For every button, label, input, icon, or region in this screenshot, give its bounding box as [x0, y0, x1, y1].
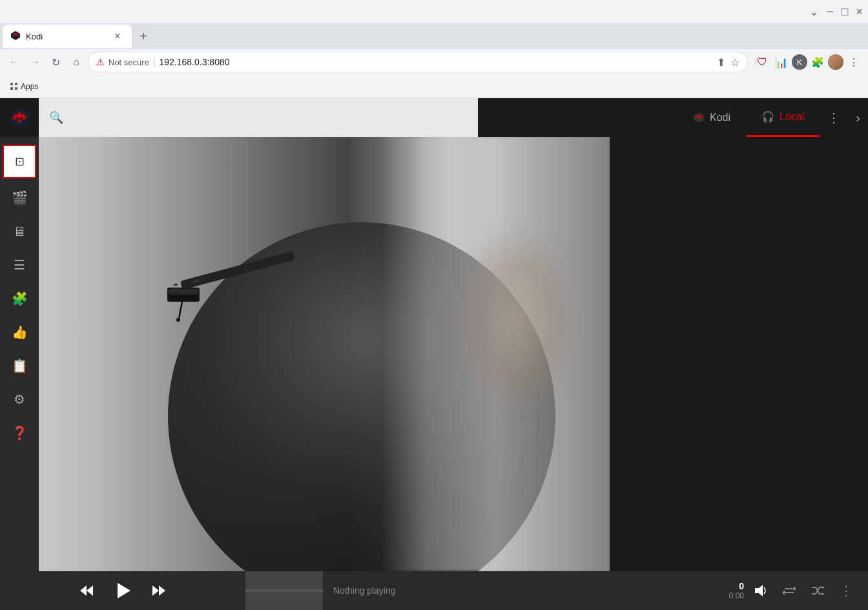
sidebar-item-tv[interactable]: 🖥 [0, 215, 39, 248]
tab-next-button[interactable]: › [848, 110, 868, 125]
svg-marker-23 [118, 583, 130, 598]
kodi-tabs: Kodi 🎧 Local ⋮ › [677, 98, 868, 137]
svg-rect-20 [193, 280, 198, 282]
url-text: 192.168.0.3:8080 [160, 57, 230, 67]
sidebar-item-addons[interactable]: 🧩 [0, 282, 39, 315]
shuffle-button[interactable] [806, 579, 829, 602]
addons-icon: 🧩 [12, 291, 28, 306]
home-button[interactable]: ⌂ [67, 53, 85, 71]
apps-dots-icon [10, 83, 18, 90]
browser-tab-kodi[interactable]: Kodi × [3, 25, 132, 48]
stats-icon[interactable]: 📊 [772, 53, 790, 71]
title-bar: ⌄ − □ × [0, 0, 868, 23]
repeat-button[interactable] [778, 579, 801, 602]
svg-line-17 [179, 302, 182, 319]
puzzle-icon[interactable]: 🧩 [809, 53, 827, 71]
player-controls [0, 575, 245, 606]
window-close[interactable]: × [856, 5, 863, 19]
bookmarks-bar: Apps [0, 75, 868, 98]
progress-bar[interactable] [245, 589, 323, 592]
forward-button[interactable]: → [26, 53, 44, 71]
kodi-sidebar: ⊡ 🎬 🖥 ☰ 🧩 👍 📋 ⚙ ❓ [0, 137, 39, 571]
toolbar-icons: 🛡 📊 K 🧩 ⋮ [753, 53, 863, 71]
headphone-icon: 🎧 [761, 110, 774, 123]
window-minimize[interactable]: − [827, 5, 834, 19]
sidebar-item-movies[interactable]: 🎬 [0, 181, 39, 215]
menu-icon[interactable]: ⋮ [845, 53, 863, 71]
tv-icon: 🖥 [13, 224, 26, 239]
sidebar-item-help[interactable]: ❓ [0, 416, 39, 450]
volume-button[interactable] [749, 579, 772, 602]
bookmark-icon[interactable]: ☆ [730, 56, 739, 68]
sidebar-item-queue[interactable]: 📋 [0, 349, 39, 383]
play-button[interactable] [107, 575, 138, 606]
sidebar-item-music[interactable]: ⊡ [3, 145, 36, 178]
tab-title: Kodi [26, 32, 106, 41]
player-time-info: 0 0:00 [729, 581, 744, 600]
tab-more-button[interactable]: ⋮ [820, 110, 848, 125]
window-chevron[interactable]: ⌄ [809, 5, 819, 19]
browser-chrome: ⌄ − □ × Kodi × + ← → ↻ ⌂ [0, 0, 868, 98]
svg-marker-21 [80, 585, 87, 596]
now-playing-label: Nothing playing [333, 585, 396, 596]
back-button[interactable]: ← [5, 53, 23, 71]
svg-marker-26 [755, 585, 763, 596]
progress-area [245, 571, 323, 610]
svg-point-18 [176, 318, 180, 322]
settings-icon: ⚙ [14, 392, 25, 407]
player-more-button[interactable]: ⋮ [834, 579, 858, 602]
address-bar[interactable]: ⚠ Not secure | 192.168.0.3:8080 ⬆ ☆ [88, 52, 748, 72]
share-icon[interactable]: ⬆ [717, 56, 725, 68]
player-info: Nothing playing [323, 585, 719, 596]
svg-marker-22 [87, 585, 93, 596]
player-bar: Nothing playing 0 0:00 [0, 571, 868, 610]
tab-bar: Kodi × + [0, 23, 868, 49]
address-separator: | [153, 57, 156, 67]
volume-number: 0 [739, 581, 744, 591]
sidebar-item-settings[interactable]: ⚙ [0, 383, 39, 416]
kodi-header: 🔍 Kodi 🎧 Local ⋮ › [0, 98, 868, 137]
tab-kodi[interactable]: Kodi [677, 98, 746, 137]
movies-icon: 🎬 [12, 190, 28, 205]
warning-icon: ⚠ [96, 57, 105, 67]
tab-kodi-label: Kodi [710, 112, 730, 123]
svg-marker-24 [152, 585, 159, 596]
music-library-icon: ⊡ [15, 154, 25, 169]
user-avatar[interactable] [828, 54, 843, 70]
svg-marker-27 [822, 586, 825, 589]
tab-close-button[interactable]: × [111, 30, 124, 43]
svg-rect-16 [169, 295, 198, 300]
apps-bookmark[interactable]: Apps [5, 79, 43, 94]
tab-local-label: Local [780, 111, 804, 123]
queue-icon: 📋 [12, 358, 28, 373]
thumbsup-icon: 👍 [12, 324, 28, 340]
apps-label: Apps [21, 82, 38, 91]
search-input[interactable] [68, 112, 468, 123]
window-maximize[interactable]: □ [842, 5, 849, 19]
kodi-right-panel [610, 137, 868, 571]
address-bar-row: ← → ↻ ⌂ ⚠ Not secure | 192.168.0.3:8080 … [0, 49, 868, 75]
rewind-button[interactable] [71, 575, 102, 606]
player-right-controls: 0 0:00 [719, 579, 868, 602]
tab-local[interactable]: 🎧 Local [746, 98, 820, 137]
kodi-body: ⊡ 🎬 🖥 ☰ 🧩 👍 📋 ⚙ ❓ [0, 137, 868, 571]
sidebar-item-playlist[interactable]: ☰ [0, 248, 39, 282]
player-time: 0:00 [729, 591, 744, 600]
profile-k-icon[interactable]: K [792, 54, 807, 70]
kodi-logo[interactable] [0, 98, 39, 137]
svg-marker-28 [822, 593, 825, 595]
sidebar-item-favourites[interactable]: 👍 [0, 315, 39, 349]
new-tab-button[interactable]: + [134, 27, 152, 45]
playlist-icon: ☰ [14, 257, 25, 273]
svg-rect-15 [169, 289, 198, 294]
fast-forward-button[interactable] [143, 575, 174, 606]
shield-icon[interactable]: 🛡 [753, 53, 771, 71]
reload-button[interactable]: ↻ [46, 53, 65, 71]
kodi-main-content [39, 137, 610, 571]
help-icon: ❓ [12, 425, 28, 441]
not-secure-label: Not secure [108, 58, 149, 67]
kodi-app: 🔍 Kodi 🎧 Local ⋮ › [0, 98, 868, 610]
kodi-search-box[interactable]: 🔍 [39, 98, 478, 137]
tab-favicon [10, 30, 21, 43]
svg-rect-13 [180, 251, 294, 290]
